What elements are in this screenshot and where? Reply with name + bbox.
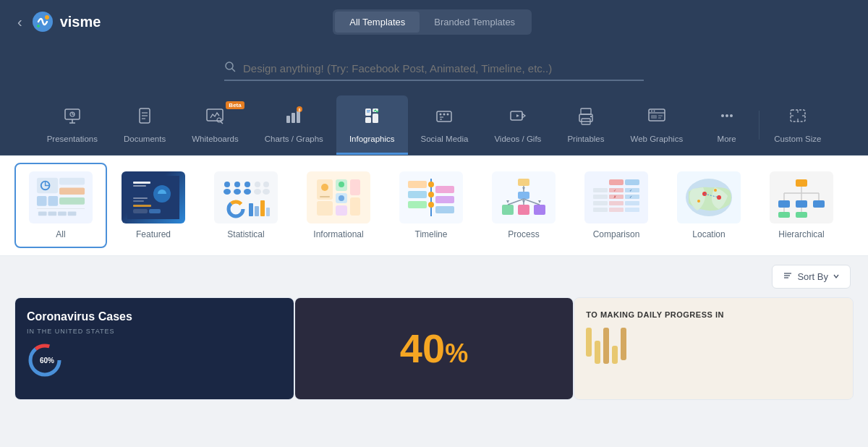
- cat-printables[interactable]: Printables: [554, 95, 617, 155]
- svg-rect-116: [518, 205, 529, 215]
- covid-subtitle: IN THE UNITED STATES: [27, 328, 115, 335]
- covid-chart: 60%: [27, 342, 70, 378]
- whiteboard-icon: [205, 106, 225, 129]
- cat-infographics[interactable]: Infographics: [336, 95, 408, 155]
- svg-rect-24: [373, 114, 378, 123]
- svg-rect-126: [609, 179, 624, 185]
- type-timeline-thumb: [399, 171, 463, 224]
- svg-rect-59: [59, 187, 85, 195]
- search-section: [0, 43, 868, 95]
- cat-presentations[interactable]: Presentations: [34, 95, 111, 155]
- svg-rect-60: [59, 197, 85, 205]
- svg-rect-27: [437, 111, 451, 122]
- cat-documents[interactable]: Documents: [111, 95, 179, 155]
- template-card-covid[interactable]: Coronavirus Cases IN THE UNITED STATES 6…: [14, 297, 294, 400]
- svg-point-1: [45, 15, 49, 20]
- back-button[interactable]: ‹: [17, 14, 22, 30]
- custom-label: Custom Size: [774, 135, 821, 145]
- svg-point-81: [244, 189, 251, 195]
- cat-videos[interactable]: Videos / Gifs: [481, 95, 554, 155]
- svg-rect-65: [58, 211, 67, 216]
- cat-social[interactable]: Social Media: [408, 95, 482, 155]
- svg-rect-91: [266, 208, 270, 216]
- type-process[interactable]: Process: [477, 163, 570, 248]
- svg-point-78: [234, 182, 240, 187]
- beta-badge: Beta: [226, 101, 244, 109]
- cat-charts[interactable]: β Charts / Graphs: [252, 95, 336, 155]
- svg-point-105: [428, 192, 434, 197]
- bar-5: [621, 328, 626, 360]
- header-left: ‹ visme: [17, 10, 101, 33]
- svg-rect-88: [249, 203, 253, 216]
- svg-rect-68: [133, 182, 150, 184]
- chart-icon: β: [284, 106, 304, 129]
- template-card-progress[interactable]: TO MAKING DAILY PROGRESS IN: [574, 297, 854, 400]
- search-input[interactable]: [243, 62, 644, 74]
- progress-heading: TO MAKING DAILY PROGRESS IN: [586, 310, 841, 320]
- svg-text:✗: ✗: [613, 195, 616, 199]
- type-hierarchical[interactable]: Hierarchical: [755, 163, 848, 248]
- type-informational[interactable]: Informational: [292, 163, 385, 248]
- covid-title: Coronavirus Cases: [27, 310, 132, 325]
- svg-marker-125: [538, 200, 541, 203]
- type-featured-label: Featured: [136, 229, 171, 239]
- svg-line-15: [221, 122, 223, 124]
- svg-text:✓: ✓: [629, 188, 632, 192]
- svg-marker-122: [522, 187, 525, 190]
- printables-label: Printables: [567, 135, 604, 145]
- more-label: More: [718, 135, 736, 145]
- web-label: Web Graphics: [631, 135, 684, 145]
- cat-more[interactable]: More: [696, 95, 757, 155]
- cat-whiteboards[interactable]: Beta Whiteboards: [179, 95, 252, 155]
- sort-icon: [783, 271, 793, 283]
- svg-marker-124: [522, 200, 525, 203]
- sort-button[interactable]: Sort By: [772, 265, 851, 289]
- svg-rect-16: [286, 116, 290, 123]
- svg-rect-17: [292, 113, 295, 123]
- svg-rect-111: [435, 196, 454, 203]
- type-hierarchical-thumb: [770, 171, 833, 224]
- type-statistical[interactable]: Statistical: [200, 163, 292, 248]
- svg-rect-45: [658, 115, 663, 116]
- search-icon: [224, 61, 236, 75]
- presentation-icon: [62, 106, 82, 129]
- type-statistical-label: Statistical: [227, 229, 264, 239]
- svg-point-83: [254, 189, 261, 195]
- svg-point-42: [651, 111, 652, 112]
- svg-rect-130: [625, 188, 639, 192]
- svg-rect-46: [658, 117, 661, 119]
- svg-point-150: [714, 189, 717, 192]
- category-divider: [759, 111, 760, 140]
- svg-rect-107: [408, 181, 427, 188]
- cat-custom[interactable]: Custom Size: [761, 95, 834, 155]
- type-all-label: All: [56, 229, 65, 239]
- all-templates-tab[interactable]: All Templates: [335, 12, 420, 33]
- type-all[interactable]: All: [14, 163, 107, 248]
- template-card-percent[interactable]: 40%: [294, 297, 574, 400]
- svg-rect-89: [255, 206, 259, 216]
- type-row: All Featured: [0, 156, 868, 256]
- print-icon: [576, 106, 596, 129]
- svg-rect-113: [518, 179, 529, 186]
- cat-web[interactable]: Web Graphics: [618, 95, 697, 155]
- svg-point-49: [730, 114, 733, 117]
- svg-point-101: [339, 182, 344, 187]
- svg-text:✓: ✓: [613, 188, 616, 192]
- svg-point-2: [37, 25, 40, 27]
- category-nav: Presentations Documents Beta Whiteboards: [0, 95, 868, 156]
- document-icon: [135, 106, 155, 129]
- infographics-label: Infographics: [349, 135, 395, 145]
- svg-rect-100: [320, 196, 330, 197]
- type-location[interactable]: Location: [663, 163, 755, 248]
- type-comparison[interactable]: ✓ ✓ ✗ ✓ Comparison: [570, 163, 663, 248]
- percent-display: 40%: [400, 325, 468, 372]
- svg-point-149: [697, 200, 700, 203]
- type-featured[interactable]: Featured: [107, 163, 200, 248]
- branded-templates-tab[interactable]: Branded Templates: [420, 12, 529, 33]
- sort-bar: Sort By: [0, 256, 868, 297]
- svg-rect-39: [590, 116, 592, 117]
- type-timeline[interactable]: Timeline: [385, 163, 477, 248]
- percent-value: 40: [400, 325, 445, 371]
- svg-point-104: [428, 182, 434, 187]
- card-percent-content: 40%: [295, 298, 574, 399]
